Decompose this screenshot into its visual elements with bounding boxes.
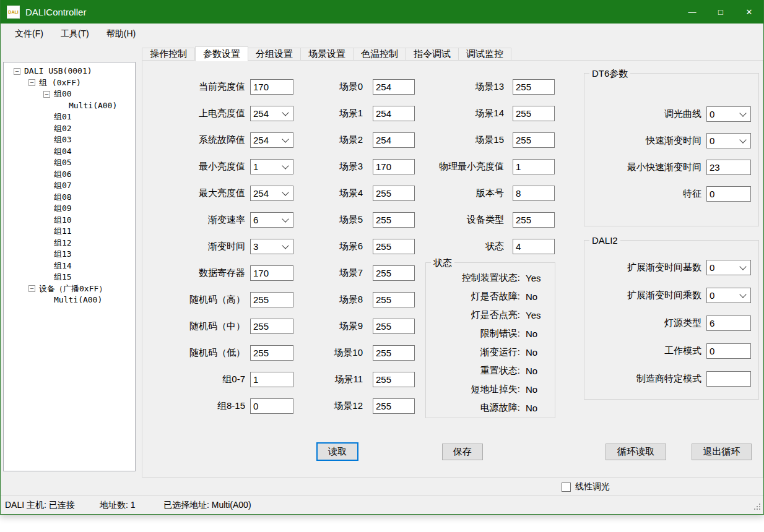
tree-item[interactable]: 组01 [4,111,135,123]
input-scene-1[interactable] [373,106,415,121]
dali2-group-title: DALI2 [589,234,620,246]
dali2-rows: 扩展渐变时间基数0扩展渐变时间乘数0灯源类型工作模式制造商特定模式 [584,254,758,393]
combo-max-level[interactable]: 254 [250,186,293,201]
tree-item[interactable]: 组10 [4,215,135,226]
tab-debug-monitor[interactable]: 调试监控 [459,48,511,61]
tree-expander-icon[interactable]: − [43,91,50,98]
combo-ext-fade-time-base[interactable]: 0 [706,260,751,275]
tree-item[interactable]: 组08 [4,192,135,204]
combo-power-on-level[interactable]: 254 [250,106,293,121]
tree-item[interactable]: 组07 [4,180,135,192]
tab-parameter-settings[interactable]: 参数设置 [195,46,248,61]
combo-fast-fade-time[interactable]: 0 [706,133,751,148]
input-manufacturer-specific-mode[interactable] [706,371,751,387]
tree-item[interactable]: 组03 [4,134,135,146]
input-features[interactable] [706,186,751,202]
menu-item-tools[interactable]: 工具(T) [52,26,98,42]
tree-expander-icon[interactable]: − [28,285,35,292]
tree-item[interactable]: 组14 [4,260,135,272]
tree-item[interactable]: −组00 [4,88,135,100]
input-scene-2[interactable] [373,132,415,148]
combo-ext-fade-time-multiplier[interactable]: 0 [706,288,751,303]
tree-item[interactable]: −组 (0xFF) [4,77,135,89]
tree-expander-icon[interactable]: − [28,79,35,86]
tree-item[interactable]: 组13 [4,249,135,260]
status-row: 重置状态:No [426,361,555,380]
tree-item[interactable]: 组05 [4,157,135,169]
tree-item[interactable]: −设备（广播0xFF） [4,283,135,295]
chevron-down-icon [739,109,746,116]
field-row: 最小亮度值1 [160,153,293,180]
tab-group-settings[interactable]: 分组设置 [248,48,301,61]
tree-item[interactable]: 组15 [4,272,135,283]
loop-read-button[interactable]: 循环读取 [606,444,666,460]
field-row: 版本号 [427,180,555,207]
exit-loop-button[interactable]: 退出循环 [692,444,752,460]
maximize-button[interactable]: □ [706,0,735,24]
input-random-code-mid[interactable] [250,319,293,334]
resize-grip-icon[interactable] [759,508,760,510]
input-min-fast-fade-time[interactable] [706,160,751,175]
status-address-count: 地址数: 1 [100,496,136,514]
input-status[interactable] [513,239,555,254]
input-group-8-15[interactable] [250,398,293,414]
tree-expander-icon[interactable]: − [14,68,20,75]
tree-item[interactable]: 组12 [4,238,135,249]
tab-operation-control[interactable]: 操作控制 [142,48,195,61]
tree-item[interactable]: 组06 [4,169,135,181]
input-scene-9[interactable] [373,319,415,334]
input-scene-7[interactable] [373,265,415,281]
input-physical-min-level[interactable] [513,159,555,174]
read-button[interactable]: 读取 [316,442,358,461]
input-random-code-low[interactable] [250,345,293,361]
input-data-register[interactable] [250,265,293,281]
input-scene-11[interactable] [373,372,415,387]
input-scene-3[interactable] [373,159,415,174]
close-button[interactable]: ✕ [735,0,763,24]
input-group-0-7[interactable] [250,372,293,387]
checkbox-box[interactable] [562,483,571,492]
combo-system-failure-level[interactable]: 254 [250,132,293,148]
combo-fade-time[interactable]: 3 [250,239,293,254]
tree-item[interactable]: Multi(A00) [4,294,135,306]
status-host-connection: DALI 主机: 已连接 [5,496,75,514]
input-device-type[interactable] [513,212,555,228]
combo-fade-rate[interactable]: 6 [250,212,293,228]
input-operating-mode[interactable] [706,343,751,359]
combo-dimming-curve[interactable]: 0 [706,106,751,122]
input-random-code-high[interactable] [250,292,293,307]
input-scene-5[interactable] [373,212,415,228]
tree-item[interactable]: 组09 [4,203,135,215]
combo-min-level[interactable]: 1 [250,159,293,174]
tree-item[interactable]: Multi(A00) [4,100,135,112]
input-light-source-type[interactable] [706,315,751,331]
input-scene-13[interactable] [513,79,555,95]
input-scene-8[interactable] [373,292,415,307]
tab-command-debug[interactable]: 指令调试 [406,48,459,61]
tree-item[interactable]: 组02 [4,123,135,135]
input-current-level[interactable] [250,79,293,95]
input-scene-14[interactable] [513,106,555,121]
input-version[interactable] [513,186,555,201]
menu-item-help[interactable]: 帮助(H) [98,26,144,42]
tree-item[interactable]: 组11 [4,226,135,238]
field-row: 场景4 [313,180,415,207]
input-scene-15[interactable] [513,132,555,148]
tree-item-label: 设备（广播0xFF） [39,283,106,295]
tree-item[interactable]: −DALI USB(0001) [4,66,135,77]
tree-item-label: 组13 [54,249,72,260]
minimize-button[interactable]: — [678,0,706,24]
chevron-down-icon [282,215,289,222]
tab-color-temp-control[interactable]: 色温控制 [354,48,406,61]
input-scene-4[interactable] [373,186,415,201]
tree-item[interactable]: 组04 [4,146,135,158]
tab-scene-settings[interactable]: 场景设置 [301,48,354,61]
save-button[interactable]: 保存 [442,444,483,460]
input-scene-6[interactable] [373,239,415,254]
input-scene-10[interactable] [373,345,415,361]
combo-value: 0 [710,290,740,301]
input-scene-0[interactable] [373,79,415,95]
input-scene-12[interactable] [373,398,415,414]
menu-item-file[interactable]: 文件(F) [6,26,52,42]
linear-dimming-checkbox[interactable]: 线性调光 [562,481,610,492]
